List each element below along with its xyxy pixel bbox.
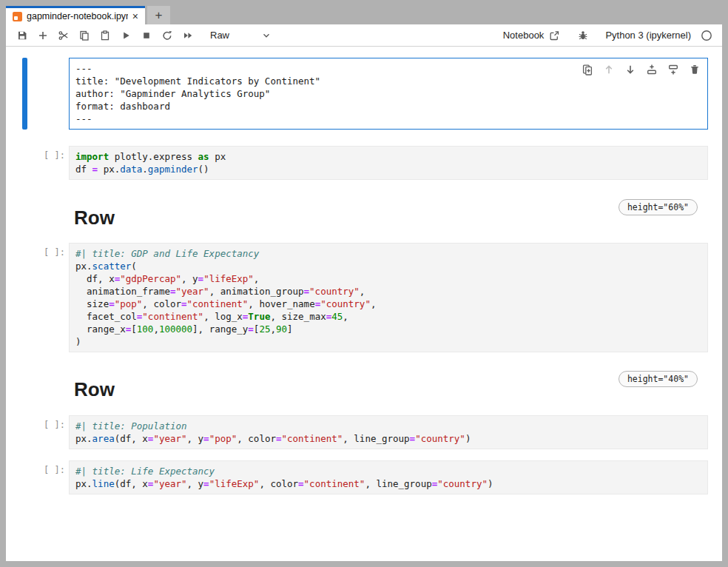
code-line: #| title: Life Expectancy <box>75 465 701 477</box>
execution-prompt <box>30 371 69 404</box>
move-up-icon <box>601 62 616 76</box>
cell-collapser[interactable] <box>22 460 27 494</box>
code-line: animation_frame="year", animation_group=… <box>75 285 701 298</box>
notebook-file-icon <box>13 12 22 21</box>
close-tab-icon[interactable]: × <box>128 11 138 21</box>
interrupt-kernel-icon[interactable] <box>136 26 157 45</box>
cell-collapser[interactable] <box>22 371 27 404</box>
code-line: #| title: GDP and Life Expectancy <box>75 247 701 260</box>
kernel-name[interactable]: Python 3 (ipykernel) <box>605 30 691 41</box>
cell-toolbar <box>580 62 701 76</box>
rendered-markdown-cell[interactable]: Rowheight="60%" <box>69 199 708 232</box>
code-line: size="pop", color="continent", hover_nam… <box>75 298 701 310</box>
code-line: range_x=[100,100000], range_y=[25,90] <box>75 323 701 335</box>
notebook-tools-link[interactable]: Notebook <box>503 26 562 45</box>
notebook-toolbar: Raw Notebook Python 3 (ipykernel) <box>6 24 722 47</box>
cell-collapser[interactable] <box>22 243 27 352</box>
cell-3-code: [ ]:#| title: GDP and Life Expectancypx.… <box>22 243 708 352</box>
tab-bar: gapminder-notebook.ipynb × + <box>6 6 722 24</box>
cut-cells-icon[interactable] <box>53 26 74 45</box>
duplicate-cells-icon[interactable] <box>580 62 594 76</box>
chevron-down-icon <box>260 30 272 41</box>
code-line: title: "Development Indicators by Contin… <box>75 75 701 87</box>
markdown-heading: Row <box>74 207 115 229</box>
copy-cells-icon[interactable] <box>74 26 95 45</box>
execution-prompt <box>30 58 69 130</box>
delete-cell-icon[interactable] <box>687 62 701 76</box>
restart-run-all-icon[interactable] <box>178 26 198 45</box>
insert-above-icon[interactable] <box>644 62 658 76</box>
cell-collapser[interactable] <box>22 415 27 449</box>
debugger-bug-icon[interactable] <box>573 26 593 45</box>
run-cell-icon[interactable] <box>115 26 136 45</box>
cell-collapser[interactable] <box>22 199 27 232</box>
code-line: facet_col="continent", log_x=True, size_… <box>75 310 701 323</box>
execution-prompt: [ ]: <box>30 146 69 180</box>
notebook-label: Notebook <box>503 30 545 41</box>
move-down-icon[interactable] <box>623 62 637 76</box>
code-line: px.line(df, x="year", y="lifeExp", color… <box>75 477 701 490</box>
notebook-scroll-area[interactable]: ---title: "Development Indicators by Con… <box>6 47 722 561</box>
kernel-status-icon <box>700 26 713 45</box>
code-line: px.scatter( <box>75 260 701 272</box>
code-line: format: dashboard <box>75 100 701 113</box>
external-link-icon <box>547 26 561 45</box>
code-line: --- <box>75 113 701 125</box>
raw-cell-editor[interactable]: ---title: "Development Indicators by Con… <box>69 58 708 130</box>
cell-4-markdown: Rowheight="40%" <box>22 371 708 404</box>
cell-6-code: [ ]:#| title: Life Expectancypx.line(df,… <box>22 460 708 494</box>
code-line: import plotly.express as px <box>75 150 701 163</box>
code-line: ) <box>75 335 701 348</box>
cell-collapser[interactable] <box>22 146 27 180</box>
cell-type-value: Raw <box>210 30 229 41</box>
tab-gapminder-notebook[interactable]: gapminder-notebook.ipynb × <box>6 6 145 24</box>
add-cell-icon[interactable] <box>33 26 53 45</box>
execution-prompt: [ ]: <box>30 243 69 352</box>
code-line: px.area(df, x="year", y="pop", color="co… <box>75 432 701 445</box>
tab-title: gapminder-notebook.ipynb <box>27 11 128 21</box>
cell-5-code: [ ]:#| title: Populationpx.area(df, x="y… <box>22 415 708 449</box>
insert-below-icon[interactable] <box>666 62 680 76</box>
cell-height-badge: height="40%" <box>619 371 698 387</box>
cell-collapser[interactable] <box>22 58 27 130</box>
code-line: df, x="gdpPercap", y="lifeExp", <box>75 272 701 285</box>
cell-type-dropdown[interactable]: Raw <box>210 30 272 41</box>
code-cell-editor[interactable]: #| title: Life Expectancypx.line(df, x="… <box>69 460 708 494</box>
rendered-markdown-cell[interactable]: Rowheight="40%" <box>69 371 708 404</box>
code-line: author: "Gapminder Analytics Group" <box>75 87 701 100</box>
execution-prompt <box>30 199 69 232</box>
paste-cells-icon[interactable] <box>95 26 115 45</box>
new-tab-button[interactable]: + <box>147 6 170 24</box>
code-line: #| title: Population <box>75 420 701 432</box>
code-cell-editor[interactable]: #| title: GDP and Life Expectancypx.scat… <box>69 243 708 352</box>
jupyterlab-window: gapminder-notebook.ipynb × + Raw Noteboo… <box>6 6 722 561</box>
execution-prompt: [ ]: <box>30 460 69 494</box>
restart-kernel-icon[interactable] <box>157 26 178 45</box>
code-cell-editor[interactable]: #| title: Populationpx.area(df, x="year"… <box>69 415 708 449</box>
execution-prompt: [ ]: <box>30 415 69 449</box>
cell-1-code: [ ]:import plotly.express as pxdf = px.d… <box>22 146 708 180</box>
cell-2-markdown: Rowheight="60%" <box>22 199 708 232</box>
cell-height-badge: height="60%" <box>619 199 698 215</box>
save-icon[interactable] <box>12 26 33 45</box>
cell-0-raw: ---title: "Development Indicators by Con… <box>22 58 708 130</box>
code-line: df = px.data.gapminder() <box>75 163 701 175</box>
code-cell-editor[interactable]: import plotly.express as pxdf = px.data.… <box>69 146 708 180</box>
markdown-heading: Row <box>74 378 115 401</box>
